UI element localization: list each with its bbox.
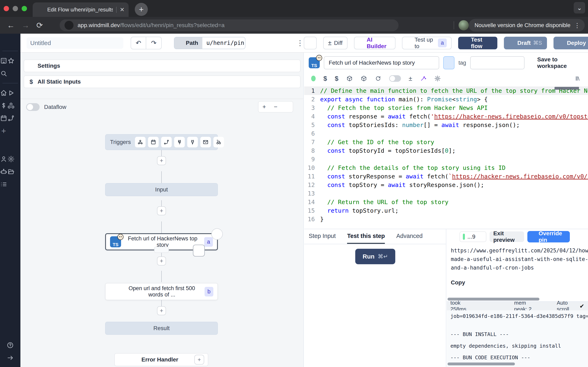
override-pin-button[interactable]: Override pin	[527, 231, 570, 242]
bookmark-star-icon[interactable]	[429, 21, 437, 29]
workers-robot-icon[interactable]	[0, 168, 7, 175]
deploy-button[interactable]: Deploy	[553, 37, 588, 49]
poll-binoculars-icon[interactable]	[213, 137, 224, 147]
window-zoom-button[interactable]	[22, 6, 27, 11]
step-node-b[interactable]: Open url and fetch first 500 words of ..…	[105, 283, 218, 300]
webhook-icon[interactable]	[135, 137, 146, 147]
step-name-input[interactable]	[324, 56, 439, 69]
code-line-13[interactable]: 13	[304, 189, 588, 198]
pinned-indicator[interactable]	[193, 245, 205, 257]
add-plus-icon[interactable]: +	[0, 127, 7, 134]
all-static-inputs-button[interactable]: $ All Static Inputs	[24, 75, 301, 88]
variables-dollar-icon[interactable]	[0, 102, 7, 109]
extensions-puzzle-icon[interactable]	[442, 21, 450, 29]
input-node[interactable]: Input	[105, 183, 218, 196]
test-up-to-button[interactable]: Test up toa	[402, 37, 452, 49]
code-line-2[interactable]: 2export async function main(): Promise<s…	[304, 95, 588, 104]
dollar-icon-icon[interactable]: $	[323, 75, 327, 82]
user-icon[interactable]	[0, 155, 7, 163]
run-button[interactable]: Run ⌘↵	[355, 249, 395, 264]
test-flow-button[interactable]: Test flow	[458, 37, 497, 49]
schedules-calendar-icon[interactable]	[0, 115, 7, 122]
window-close-button[interactable]	[4, 6, 9, 11]
library-icon[interactable]	[575, 75, 581, 82]
code-line-11[interactable]: 11 const storyResponse = await fetch(`ht…	[304, 172, 588, 181]
add-step-button[interactable]: +	[157, 156, 166, 165]
step-chip[interactable]: a	[438, 39, 447, 47]
code-line-15[interactable]: 15 return topStory.url;	[304, 206, 588, 215]
code-line-8[interactable]: 8 const topStoryId = topStoriesIds[0];	[304, 146, 588, 155]
window-minimize-button[interactable]	[13, 6, 18, 11]
windmill-logo[interactable]	[5, 37, 16, 48]
undo-button[interactable]: ↶	[131, 37, 146, 49]
code-line-12[interactable]: 12 const topStory = await storyResponse.…	[304, 181, 588, 189]
download-logs-icon[interactable]	[542, 303, 547, 309]
code-line-10[interactable]: 10 // Fetch the details of the top story…	[304, 164, 588, 172]
code-line-7[interactable]: 7 // Get the ID of the top story	[304, 138, 588, 146]
delete-step-button[interactable]	[211, 228, 223, 240]
path-button[interactable]: Path u/henri/pin	[174, 37, 245, 49]
tab-search-chevron[interactable]: ⌄	[574, 2, 585, 13]
log-horizontal-scrollbar[interactable]	[448, 363, 515, 365]
tab-step-input[interactable]: Step Input	[309, 229, 336, 244]
help-icon[interactable]	[7, 342, 14, 349]
copy-result-button[interactable]: Copy	[451, 279, 588, 286]
zoom-out-button[interactable]: −	[270, 101, 281, 112]
pin-toggle-button[interactable]	[443, 56, 454, 69]
refresh-icon[interactable]	[375, 75, 381, 82]
code-editor[interactable]: 1// Define the main function to fetch th…	[304, 86, 588, 229]
add-error-handler-button[interactable]: +	[194, 355, 204, 365]
dataflow-toggle[interactable]	[26, 103, 40, 111]
exit-preview-button[interactable]: Exit preview	[490, 231, 524, 242]
flows-route-icon[interactable]	[7, 115, 15, 122]
code-line-16[interactable]: 16}	[304, 215, 588, 224]
step-node-a[interactable]: TS Fetch url of HackerNews top story a	[105, 233, 218, 250]
package-icon-2[interactable]	[361, 75, 367, 82]
favorites-star-icon[interactable]	[7, 57, 15, 64]
reload-button[interactable]: ⟳	[36, 21, 43, 30]
schedule-calendar-icon[interactable]	[148, 137, 159, 147]
route-icon[interactable]	[161, 137, 172, 147]
url-bar[interactable]: app.windmill.dev/flows/edit/u/henri/pin_…	[60, 19, 398, 31]
flow-name-field[interactable]: Untitled	[26, 37, 123, 49]
expand-logs-icon[interactable]	[549, 303, 554, 309]
back-button[interactable]: ←	[7, 21, 15, 30]
history-icon[interactable]	[450, 233, 456, 240]
resources-cubes-icon[interactable]	[7, 102, 15, 109]
error-handler-node[interactable]: Error Handler +	[114, 353, 208, 366]
fit-view-button[interactable]	[281, 101, 293, 112]
tab-close-icon[interactable]: ✕	[120, 6, 125, 13]
browser-tab[interactable]: Edit Flow u/henri/pin_results ✕	[33, 2, 129, 17]
profile-avatar[interactable]	[458, 19, 470, 31]
add-step-button[interactable]: +	[157, 206, 166, 215]
editor-scrollbar[interactable]	[554, 87, 579, 90]
folders-icon[interactable]	[7, 168, 15, 175]
tab-advanced[interactable]: Advanced	[396, 229, 423, 244]
more-options-icon[interactable]: ⋮	[296, 39, 304, 47]
diff-button[interactable]: ±Diff	[323, 37, 347, 49]
download-result-icon[interactable]	[573, 233, 579, 240]
home-icon[interactable]	[0, 89, 7, 97]
draft-button[interactable]: Draft⌘S	[504, 37, 547, 49]
tag-select[interactable]	[470, 56, 525, 69]
runs-play-icon[interactable]	[7, 89, 15, 97]
editor-toggle[interactable]	[389, 75, 401, 82]
code-line-9[interactable]: 9	[304, 155, 588, 164]
run-id-pill[interactable]: ...9	[459, 231, 486, 242]
audit-logs-icon[interactable]	[0, 181, 7, 188]
add-step-button[interactable]: +	[157, 257, 166, 266]
docs-book-button[interactable]	[304, 37, 317, 49]
gear-icon[interactable]	[434, 75, 441, 82]
result-node[interactable]: Result	[105, 322, 218, 335]
plus-minus-icon[interactable]: ±	[409, 75, 412, 82]
triggers-node[interactable]: Triggers	[105, 134, 218, 150]
code-line-14[interactable]: 14 // Return the URL of the top story	[304, 198, 588, 206]
site-settings-icon[interactable]	[65, 21, 73, 30]
info-icon[interactable]	[582, 233, 588, 240]
package-icon[interactable]	[346, 75, 353, 82]
chrome-update-pill[interactable]: Nouvelle version de Chrome disponible ⋮	[469, 19, 585, 32]
redo-button[interactable]: ↷	[146, 37, 162, 49]
code-line-6[interactable]: 6	[304, 129, 588, 138]
ai-wand-icon[interactable]	[420, 75, 426, 82]
websocket-plug-icon[interactable]	[174, 137, 185, 147]
